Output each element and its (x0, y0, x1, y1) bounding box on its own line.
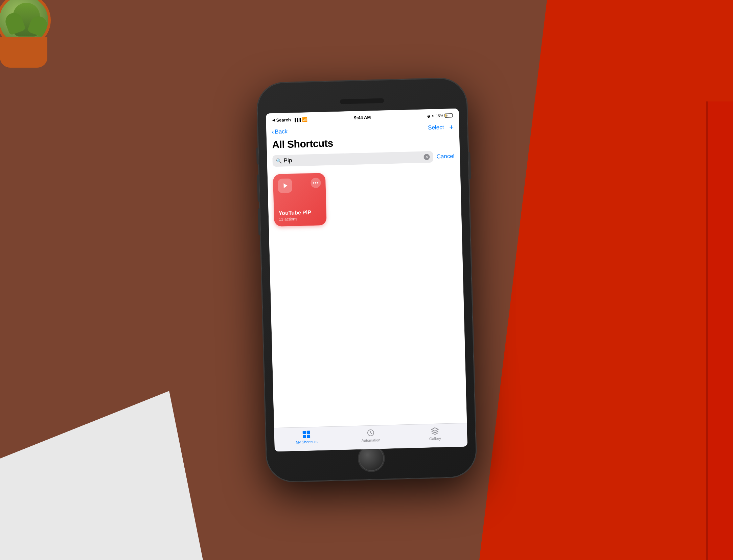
battery-fill (445, 114, 446, 117)
status-right: ◕ ↻ 15% (427, 113, 453, 118)
dot3 (317, 182, 318, 184)
tab-gallery[interactable]: Gallery (421, 426, 449, 441)
clear-icon: ✕ (425, 155, 428, 159)
battery-body (444, 113, 453, 118)
grid-icon (302, 431, 310, 439)
back-chevron-icon: ‹ (272, 129, 274, 135)
grid-sq4 (306, 435, 310, 438)
grid-sq1 (302, 431, 306, 434)
search-icon: 🔍 (276, 158, 281, 163)
tab-bar: My Shortcuts Automation (274, 423, 467, 451)
battery-tip (446, 115, 447, 117)
my-shortcuts-icon (302, 430, 311, 439)
shortcut-card-youtube-pip[interactable]: YouTube PiP 11 actions (273, 173, 326, 227)
shortcut-name: YouTube PiP (278, 209, 321, 216)
location-icon: ◕ (427, 114, 430, 118)
phone-screen: ◀ Search ▐▐▐ 📶 9:44 AM ◕ ↻ (266, 109, 467, 452)
shortcut-actions: 11 actions (279, 216, 322, 221)
card-bottom: YouTube PiP 11 actions (278, 209, 322, 221)
play-icon (281, 182, 289, 190)
rotation-icon: ↻ (432, 114, 434, 118)
card-top (278, 178, 321, 193)
my-shortcuts-label: My Shortcuts (296, 440, 317, 444)
clock-icon (366, 429, 375, 437)
back-button[interactable]: ‹ Back (272, 128, 288, 135)
tab-my-shortcuts[interactable]: My Shortcuts (293, 430, 320, 444)
phone-body: ◀ Search ▐▐▐ 📶 9:44 AM ◕ ↻ (256, 78, 477, 482)
cactus-decoration (0, 0, 58, 68)
layers-icon (431, 427, 439, 436)
search-input-wrapper[interactable]: 🔍 Pip ✕ (272, 151, 433, 167)
search-clear-button[interactable]: ✕ (423, 154, 430, 160)
tab-automation[interactable]: Automation (357, 428, 384, 443)
phone: ◀ Search ▐▐▐ 📶 9:44 AM ◕ ↻ (256, 78, 477, 482)
dot2 (315, 182, 316, 184)
search-input-value[interactable]: Pip (283, 154, 421, 164)
red-notebook (706, 101, 733, 560)
status-search-label: Search (276, 117, 291, 122)
gallery-label: Gallery (429, 436, 441, 441)
screen-content: ◀ Search ▐▐▐ 📶 9:44 AM ◕ ↻ (266, 109, 467, 452)
gallery-icon (430, 427, 439, 436)
automation-label: Automation (361, 438, 380, 442)
status-time: 9:44 AM (354, 114, 371, 121)
wifi-icon: 📶 (302, 117, 307, 122)
status-back-arrow: ◀ (272, 118, 275, 122)
svg-marker-1 (431, 428, 438, 431)
speaker (340, 98, 384, 104)
automation-icon (366, 428, 375, 438)
nav-actions: Select + (428, 123, 454, 132)
signal-icon: ▐▐▐ (293, 118, 301, 122)
select-button[interactable]: Select (428, 124, 444, 131)
card-app-icon (278, 179, 292, 193)
mute-button (256, 147, 258, 164)
back-label: Back (275, 128, 288, 135)
add-button[interactable]: + (449, 123, 454, 132)
shortcuts-grid: YouTube PiP 11 actions (267, 165, 467, 428)
page-title: All Shortcuts (272, 134, 454, 150)
cancel-button[interactable]: Cancel (436, 153, 454, 160)
status-left: ◀ Search ▐▐▐ 📶 (272, 117, 307, 123)
grid-sq3 (302, 435, 306, 438)
battery-percent: 15% (436, 114, 443, 118)
card-more-button[interactable] (311, 178, 321, 188)
signal-bars-text: ▐▐▐ (293, 117, 301, 122)
dot1 (313, 182, 314, 184)
background: ◀ Search ▐▐▐ 📶 9:44 AM ◕ ↻ (0, 0, 733, 560)
grid-sq2 (306, 431, 310, 434)
